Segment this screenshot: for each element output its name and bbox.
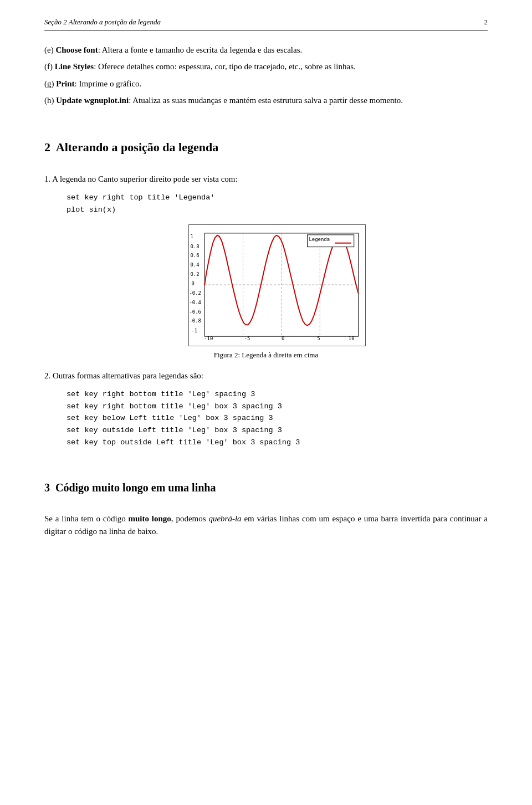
section3-title: 3 Código muito longo em uma linha: [44, 479, 216, 496]
item-f-term: Line Styles: [55, 62, 94, 71]
item1-text: 1. A legenda no Canto superior direito p…: [44, 173, 488, 186]
header-section-title: Seção 2 Alterando a posição da legenda: [44, 17, 161, 28]
section3-heading: 3 Código muito longo em uma linha: [44, 464, 488, 505]
figure-2-container: 1 0.8 0.6 0.4 0.2 0 -0.2 -0.4 -0.6 -0.8 …: [44, 224, 488, 361]
item-f-label: (f): [44, 62, 55, 71]
svg-text:-1: -1: [191, 328, 197, 334]
svg-text:1: 1: [190, 234, 193, 239]
item-e-text: : Altera a fonte e tamanho de escrita da…: [98, 45, 303, 54]
svg-text:0.6: 0.6: [190, 253, 199, 259]
numbered-item-1: 1. A legenda no Canto superior direito p…: [44, 173, 488, 361]
list-item-f: (f) Line Styles: Oferece detalhes como: …: [44, 60, 488, 73]
svg-text:0: 0: [191, 281, 194, 286]
svg-text:-0.8: -0.8: [189, 319, 201, 324]
item-e-label: (e): [44, 45, 55, 54]
item-g-term: Print: [56, 79, 74, 88]
svg-text:Legenda: Legenda: [309, 237, 330, 242]
header-page-number: 2: [484, 17, 488, 28]
code-block-2: set key right bottom title 'Leg' spacing…: [66, 388, 488, 448]
item-h-text: : Atualiza as suas mudanças e mantém est…: [129, 96, 403, 105]
section3-italic-text: quebrá-la: [208, 514, 241, 523]
section3-paragraph: Se a linha tem o código muito longo, pod…: [44, 512, 488, 537]
plot-area: 1 0.8 0.6 0.4 0.2 0 -0.2 -0.4 -0.6 -0.8 …: [188, 224, 366, 346]
svg-text:0.4: 0.4: [190, 262, 199, 268]
section2-title: 2 Alterando a posição da legenda: [44, 138, 218, 156]
sin-plot-svg: 1 0.8 0.6 0.4 0.2 0 -0.2 -0.4 -0.6 -0.8 …: [189, 225, 365, 346]
item-g-label: (g): [44, 79, 56, 88]
page-header: Seção 2 Alterando a posição da legenda 2: [44, 17, 488, 30]
list-item-h: (h) Update wgnuplot.ini: Atualiza as sua…: [44, 94, 488, 107]
item-h-label: (h): [44, 96, 56, 105]
item2-text: 2. Outras formas alternativas para legen…: [44, 370, 488, 382]
item-f-text: : Oferece detalhes como: espessura, cor,…: [94, 62, 356, 71]
list-item-g: (g) Print: Imprime o gráfico.: [44, 78, 488, 90]
svg-text:0.2: 0.2: [190, 271, 199, 277]
page: Seção 2 Alterando a posição da legenda 2…: [0, 0, 532, 805]
code-block-1: set key right top title 'Legenda' plot s…: [66, 192, 488, 216]
items-list: (e) Choose font: Altera a fonte e tamanh…: [44, 44, 488, 107]
item-e-term: Choose font: [55, 45, 98, 54]
item-g-text: : Imprime o gráfico.: [75, 79, 142, 88]
svg-text:0.8: 0.8: [190, 244, 199, 249]
figure-2-caption: Figura 2: Legenda à direita em cima: [214, 350, 318, 361]
svg-text:-0.2: -0.2: [189, 290, 201, 296]
svg-text:-0.4: -0.4: [189, 300, 201, 305]
svg-text:-0.6: -0.6: [189, 309, 201, 315]
item-h-term: Update wgnuplot.ini: [56, 96, 129, 105]
numbered-item-2: 2. Outras formas alternativas para legen…: [44, 370, 488, 448]
section3-bold-text: muito longo: [129, 514, 171, 523]
list-item-e: (e) Choose font: Altera a fonte e tamanh…: [44, 44, 488, 57]
section2-heading: 2 Alterando a posição da legenda: [44, 122, 488, 165]
